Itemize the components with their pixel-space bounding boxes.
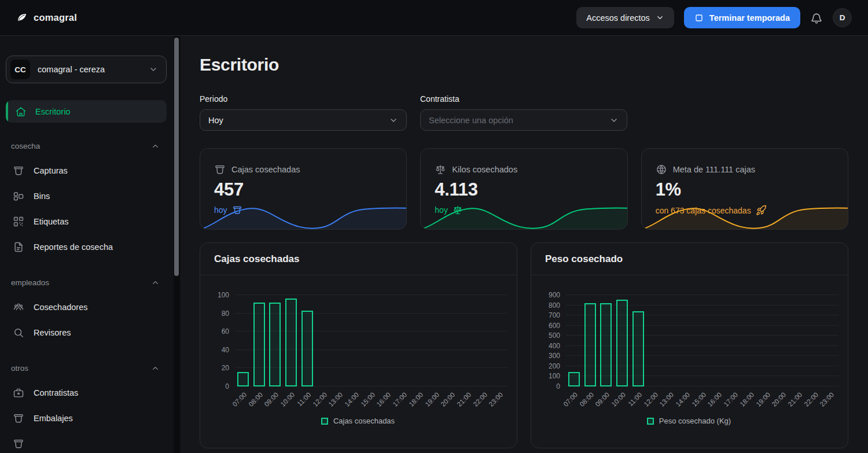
crate-icon (13, 438, 24, 450)
x-axis-tick: 07:00 (562, 391, 579, 408)
y-axis-tick: 20 (222, 364, 229, 371)
sidebar-item-partial[interactable] (6, 432, 167, 453)
chevron-down-icon (609, 116, 619, 125)
sidebar: CC comagral - cereza Escritorio (0, 36, 181, 453)
sidebar-item-bins[interactable]: Bins (6, 184, 167, 208)
stat-title: Cajas cosechadas (231, 165, 300, 174)
x-axis-tick: 18:00 (738, 391, 755, 408)
y-axis-tick: 0 (225, 383, 229, 390)
bins-icon (13, 190, 24, 202)
filter-label: Contratista (420, 94, 627, 104)
x-axis-tick: 16:00 (376, 391, 392, 408)
gridline (566, 294, 838, 295)
chart-title: Peso cosechado (531, 243, 848, 275)
legend-item[interactable]: Cajas cosechadas (208, 417, 507, 425)
legend-label: Cajas cosechadas (333, 417, 395, 425)
sidebar-item-label: Contratistas (34, 388, 78, 397)
bar-chart-cajas: 020406080100 07:0008:0009:0010:0011:0012… (200, 275, 517, 425)
select-value: Hoy (208, 116, 223, 125)
x-axis-tick: 16:00 (707, 391, 723, 408)
chevron-up-icon (151, 278, 160, 287)
search-icon (13, 327, 24, 338)
x-axis-tick: 17:00 (392, 391, 409, 408)
sidebar-item-contratistas[interactable]: Contratistas (6, 381, 167, 405)
sidebar-item-revisores[interactable]: Revisores (6, 321, 167, 345)
y-axis-tick: 800 (549, 302, 560, 309)
crate-icon (214, 164, 226, 175)
sidebar-item-embalajes[interactable]: Embalajes (6, 406, 167, 430)
x-axis-tick: 21:00 (786, 391, 803, 408)
legend-swatch (647, 418, 654, 425)
y-axis-tick: 200 (549, 363, 560, 370)
sidebar-item-label: Escritorio (35, 107, 70, 116)
sidebar-item-label: Cosechadores (34, 303, 88, 312)
bar (237, 372, 249, 386)
x-axis-tick: 07:00 (231, 391, 248, 408)
stat-value: 4.113 (435, 179, 613, 200)
x-axis-tick: 08:00 (578, 391, 595, 408)
y-axis-tick: 100 (218, 292, 229, 299)
y-axis-tick: 80 (222, 310, 229, 317)
legend-swatch (321, 418, 328, 425)
org-badge: CC (10, 60, 30, 79)
document-icon (13, 241, 24, 253)
sidebar-item-capturas[interactable]: Capturas (6, 159, 167, 183)
sidebar-section-otros: otros (0, 359, 172, 453)
crate-icon (13, 413, 24, 424)
sidebar-item-etiquetas[interactable]: Etiquetas (6, 209, 167, 234)
sparkline (200, 201, 407, 230)
crate-icon (13, 165, 24, 176)
x-axis-tick: 14:00 (674, 391, 691, 408)
sidebar-item-reportes[interactable]: Reportes de cosecha (6, 235, 167, 259)
filter-periodo: Periodo Hoy (200, 94, 407, 131)
y-axis-tick: 700 (549, 312, 560, 319)
x-axis-tick: 23:00 (819, 391, 836, 408)
bar (600, 303, 612, 386)
chart-card-cajas: Cajas cosechadas 020406080100 07:0008:00… (200, 242, 517, 448)
chart-title: Cajas cosechadas (200, 243, 517, 275)
sidebar-item-label: Bins (34, 191, 50, 201)
sidebar-scrollbar-thumb[interactable] (174, 38, 179, 276)
gridline (235, 294, 507, 295)
contratista-select[interactable]: Seleccione una opción (420, 109, 627, 131)
x-axis-tick: 19:00 (424, 391, 440, 408)
stat-card-kilos: Kilos cosechados 4.113 hoy (420, 148, 627, 230)
section-header-otros[interactable]: otros (6, 359, 167, 378)
users-icon (13, 301, 24, 313)
section-header-empleados[interactable]: empleados (6, 273, 167, 292)
x-axis-tick: 23:00 (488, 391, 505, 408)
sidebar-item-cosechadores[interactable]: Cosechadores (6, 295, 167, 319)
org-name: comagral - cereza (38, 65, 105, 74)
x-axis-tick: 10:00 (279, 391, 296, 408)
sparkline (420, 201, 627, 230)
y-axis-tick: 40 (222, 347, 229, 353)
bell-icon[interactable] (810, 12, 823, 24)
sidebar-section-empleados: empleados (0, 273, 172, 345)
avatar[interactable]: D (833, 8, 852, 27)
sidebar-item-escritorio[interactable]: Escritorio (6, 100, 167, 123)
y-axis-tick: 600 (549, 322, 560, 329)
x-axis-tick: 22:00 (803, 391, 819, 408)
x-axis-tick: 13:00 (328, 391, 344, 408)
page-title: Escritorio (200, 55, 848, 75)
stat-value: 1% (656, 179, 834, 200)
periodo-select[interactable]: Hoy (200, 109, 407, 131)
sidebar-item-label: Revisores (34, 328, 71, 337)
x-axis-tick: 18:00 (407, 391, 424, 408)
stat-card-meta: Meta de 111.111 cajas 1% con 673 cajas c… (641, 148, 848, 230)
x-axis-tick: 12:00 (311, 391, 328, 408)
sidebar-scrollbar-track[interactable] (174, 36, 180, 453)
shortcuts-button[interactable]: Accesos directos (576, 7, 674, 28)
bar (269, 303, 281, 386)
org-selector[interactable]: CC comagral - cereza (6, 56, 167, 83)
x-axis-tick: 13:00 (659, 391, 675, 408)
active-indicator (6, 100, 8, 123)
section-header-cosecha[interactable]: cosecha (6, 137, 167, 156)
brand-name: comagral (34, 12, 77, 23)
filter-contratista: Contratista Seleccione una opción (420, 94, 627, 131)
x-axis-tick: 08:00 (247, 391, 264, 408)
x-axis-tick: 12:00 (642, 391, 659, 408)
main-content: Escritorio Periodo Hoy Contratista Selec… (181, 36, 868, 453)
end-season-button[interactable]: Terminar temporada (684, 7, 800, 28)
legend-item[interactable]: Peso cosechado (Kg) (539, 417, 838, 425)
